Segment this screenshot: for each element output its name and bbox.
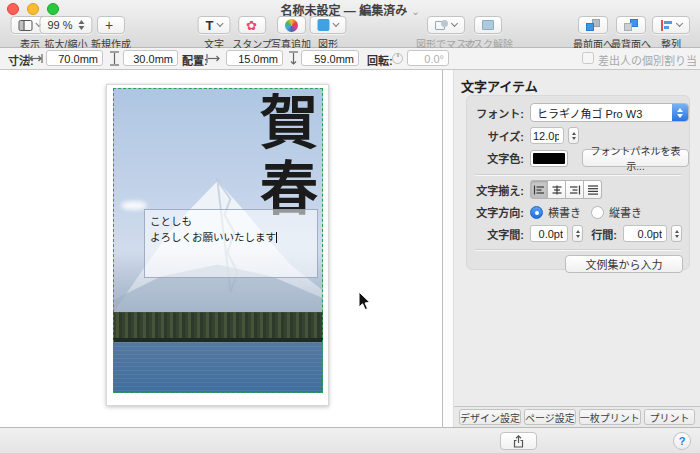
align-right-icon: [569, 185, 581, 195]
zoom-stepper[interactable]: 99 %: [39, 16, 92, 34]
height-icon: [109, 51, 120, 66]
align-justify-button[interactable]: [584, 180, 602, 199]
postcard[interactable]: 賀春 ことしも よろしくお願いいたします: [106, 84, 329, 406]
vertical-radio-label[interactable]: 縦書き: [609, 204, 642, 220]
scrollbar-gutter[interactable]: [443, 70, 454, 427]
chevron-down-icon: [451, 20, 458, 27]
tab-design-settings[interactable]: デザイン設定: [459, 409, 521, 425]
remove-mask-button[interactable]: [474, 16, 502, 34]
mask-shape-icon: [435, 20, 448, 31]
add-photo-button[interactable]: [277, 16, 306, 34]
bottom-bar: ?: [0, 427, 700, 453]
unmask-icon: [482, 20, 494, 30]
help-button[interactable]: ?: [673, 432, 691, 450]
greeting-line-2-text: よろしくお願いいたします: [150, 231, 276, 243]
align-button[interactable]: [652, 16, 690, 34]
toolbar-group-new: + 新規作成: [91, 16, 131, 51]
stamp-button[interactable]: ✿: [238, 16, 266, 34]
chevron-down-icon: [216, 20, 223, 27]
show-font-panel-button[interactable]: フォントパネルを表示...: [582, 149, 689, 167]
main-area: 賀春 ことしも よろしくお願いいたします 文字アイテム フォント: ヒラギノ角ゴ: [0, 70, 700, 427]
zoom-value: 99 %: [47, 19, 72, 31]
inspector-panel: 文字アイテム フォント: ヒラギノ角ゴ Pro W3 サイズ: 文字色:: [454, 70, 700, 427]
align-right-button[interactable]: [566, 180, 584, 199]
stepper-arrows-icon: [79, 20, 85, 30]
text-caret: [276, 232, 277, 243]
greeting-textbox[interactable]: ことしも よろしくお願いいたします: [144, 209, 318, 278]
toolbar-group-shape: 図形: [310, 16, 347, 51]
plus-icon: +: [105, 18, 113, 32]
header: 名称未設定 — 編集済み⌄ 表示 99 % 拡大/縮小 + 新規作成 T: [0, 0, 700, 48]
rotation-dial-icon: [392, 53, 403, 64]
stamp-flower-icon: ✿: [246, 19, 257, 32]
text-tool-button[interactable]: T: [198, 16, 231, 34]
height-field[interactable]: [123, 50, 178, 66]
bring-to-front-icon: [586, 19, 600, 31]
toolbar-group-zoom: 99 % 拡大/縮小: [39, 16, 92, 51]
leading-field[interactable]: [623, 225, 667, 242]
photo-lake: [113, 342, 323, 393]
footer-tabs: デザイン設定 ページ設定 一枚プリント プリント: [454, 406, 700, 427]
horizontal-radio-label[interactable]: 横書き: [548, 204, 581, 220]
rotation-field[interactable]: [407, 50, 449, 66]
divider: [475, 174, 681, 175]
tab-single-print[interactable]: 一枚プリント: [579, 409, 641, 425]
sender-assign-checkbox[interactable]: [582, 52, 594, 64]
leading-label: 行間:: [583, 226, 617, 242]
tracking-field[interactable]: [530, 225, 568, 242]
tab-print[interactable]: プリント: [644, 409, 695, 425]
divider: [475, 249, 681, 250]
toolbar-group-stamp: ✿ スタンプ: [232, 16, 272, 51]
color-swatch-black: [533, 153, 565, 164]
popup-arrows-icon: [672, 104, 688, 121]
shape-square-icon: [318, 19, 330, 31]
send-to-back-button[interactable]: [616, 16, 646, 34]
font-size-field[interactable]: [530, 127, 564, 144]
phrases-button[interactable]: 文例集から入力: [565, 255, 683, 273]
mask-with-shape-button[interactable]: [427, 16, 465, 34]
align-center-icon: [551, 185, 563, 195]
x-position-icon: [206, 53, 221, 64]
x-position-field[interactable]: [226, 50, 283, 66]
font-size-stepper[interactable]: [568, 127, 579, 144]
text-align-segmented: [530, 180, 602, 199]
design-canvas[interactable]: 賀春 ことしも よろしくお願いいたします: [0, 70, 443, 427]
bring-to-front-button[interactable]: [578, 16, 608, 34]
text-color-label: 文字色:: [467, 150, 524, 166]
font-label: フォント:: [467, 105, 524, 121]
position-label: 配置:: [182, 52, 208, 68]
y-position-field[interactable]: [301, 50, 359, 66]
tracking-stepper[interactable]: [572, 225, 583, 242]
font-popup-value: ヒラギノ角ゴ Pro W3: [537, 105, 642, 121]
text-align-label: 文字揃え:: [467, 182, 524, 198]
share-button[interactable]: [500, 432, 537, 450]
size-label: サイズ:: [467, 128, 524, 144]
font-popup[interactable]: ヒラギノ角ゴ Pro W3: [530, 103, 689, 122]
toolbar-group-add-photo: 写真追加: [271, 16, 311, 51]
calligraphy-stamp[interactable]: 賀春: [255, 92, 313, 224]
photo-treeline: [113, 312, 323, 339]
width-field[interactable]: [46, 50, 103, 66]
greeting-line-2: よろしくお願いいたします: [150, 229, 312, 245]
sidebar-layout-icon: [19, 20, 33, 31]
leading-stepper[interactable]: [671, 225, 682, 242]
align-center-button[interactable]: [548, 180, 566, 199]
share-icon: [513, 435, 524, 448]
text-icon: T: [206, 18, 214, 33]
text-direction-label: 文字方向:: [467, 204, 524, 220]
horizontal-radio[interactable]: [530, 206, 543, 219]
greeting-line-1: ことしも: [150, 213, 312, 229]
toolbar-group-text: T 文字: [198, 16, 231, 51]
align-left-button[interactable]: [530, 180, 548, 199]
toolbar-group-front: 最前面へ: [573, 16, 613, 51]
shape-button[interactable]: [310, 16, 347, 34]
vertical-radio[interactable]: [591, 206, 604, 219]
align-objects-icon: [660, 20, 673, 31]
text-color-well[interactable]: [530, 150, 568, 167]
width-icon: [28, 53, 43, 64]
new-item-button[interactable]: +: [97, 16, 125, 34]
send-to-back-icon: [624, 19, 638, 31]
tab-page-settings[interactable]: ページ設定: [524, 409, 576, 425]
chevron-down-icon: [676, 20, 683, 27]
toolbar-group-back: 最背面へ: [611, 16, 651, 51]
